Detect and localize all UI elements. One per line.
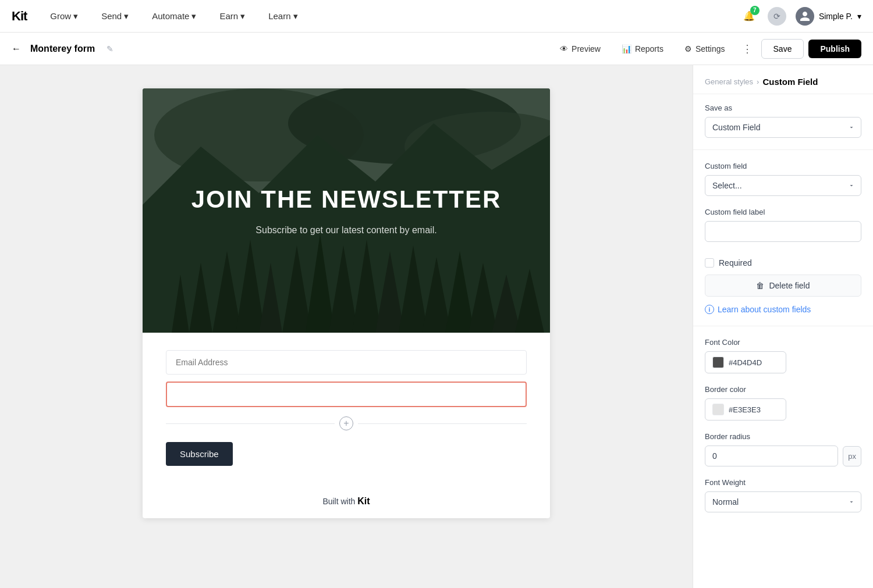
required-row: Required	[705, 258, 861, 268]
custom-field-label-section: Custom field label	[693, 205, 873, 251]
border-radius-input[interactable]	[705, 446, 838, 466]
email-field[interactable]	[166, 350, 527, 375]
add-field-button[interactable]: +	[339, 416, 353, 430]
publish-button[interactable]: Publish	[808, 40, 861, 58]
subscribe-button[interactable]: Subscribe	[166, 442, 233, 466]
required-label: Required	[719, 258, 752, 268]
border-radius-row: px	[705, 446, 861, 466]
divider-2	[693, 326, 873, 326]
sync-icon: ⟳	[768, 7, 786, 26]
main-layout: JOIN THE NEWSLETTER Subscribe to get our…	[0, 65, 873, 588]
custom-field-label-text: Custom field label	[705, 208, 861, 216]
built-with: Built with Kit	[143, 487, 550, 518]
border-color-value: #E3E3E3	[729, 405, 761, 414]
back-button[interactable]: ←	[12, 44, 21, 54]
reports-button[interactable]: 📊 Reports	[613, 40, 672, 58]
border-color-swatch	[712, 404, 724, 415]
nav-automate[interactable]: Automate ▾	[147, 9, 201, 24]
border-radius-label: Border radius	[705, 432, 861, 441]
required-section: Required 🗑 Delete field i Learn about cu…	[693, 258, 873, 323]
back-arrow-icon: ←	[12, 44, 21, 54]
sub-nav-actions: 👁 Preview 📊 Reports ⚙ Settings ⋮ Save Pu…	[552, 39, 861, 59]
hero-text: JOIN THE NEWSLETTER Subscribe to get our…	[168, 162, 525, 259]
border-color-picker[interactable]: #E3E3E3	[705, 398, 786, 420]
nav-send[interactable]: Send ▾	[97, 9, 133, 24]
user-chevron-icon: ▾	[857, 12, 861, 21]
right-panel: General styles › Custom Field Save as Cu…	[693, 65, 873, 588]
form-preview: JOIN THE NEWSLETTER Subscribe to get our…	[143, 88, 550, 518]
form-body: + Subscribe	[143, 333, 550, 487]
font-color-picker[interactable]: #4D4D4D	[705, 351, 786, 373]
edit-icon[interactable]: ✎	[107, 44, 113, 54]
custom-field-section: Custom field Select...	[693, 152, 873, 205]
top-nav: Kit Grow ▾ Send ▾ Automate ▾ Earn ▾ Lear…	[0, 0, 873, 33]
font-color-section: Font Color #4D4D4D	[693, 329, 873, 383]
border-color-section: Border color #E3E3E3	[693, 383, 873, 430]
border-radius-section: Border radius px	[693, 430, 873, 476]
notification-badge: 7	[750, 6, 760, 15]
chart-icon: 📊	[622, 44, 631, 54]
font-color-value: #4D4D4D	[729, 358, 762, 367]
nav-right: 🔔 7 ⟳ Simple P. ▾	[740, 7, 861, 26]
learn-link[interactable]: i Learn about custom fields	[705, 305, 861, 314]
info-icon: i	[705, 305, 714, 314]
custom-field-label: Custom field	[705, 162, 861, 170]
logo: Kit	[12, 9, 27, 24]
kit-logo-small: Kit	[357, 496, 370, 506]
divider-1	[693, 149, 873, 150]
hero-subtitle: Subscribe to get our latest content by e…	[191, 225, 502, 236]
panel-breadcrumb: General styles › Custom Field	[693, 65, 873, 94]
breadcrumb-parent[interactable]: General styles	[705, 77, 753, 86]
notification-button[interactable]: 🔔 7	[740, 7, 758, 26]
add-field-row: +	[166, 412, 527, 435]
custom-field-label-input[interactable]	[705, 221, 861, 242]
nav-earn[interactable]: Earn ▾	[215, 9, 250, 24]
avatar	[796, 7, 814, 26]
sliders-icon: ⚙	[684, 44, 692, 54]
border-color-label: Border color	[705, 385, 861, 394]
nav-learn[interactable]: Learn ▾	[264, 9, 302, 24]
custom-field-select[interactable]: Select...	[705, 175, 861, 196]
required-checkbox[interactable]	[705, 258, 714, 268]
delete-field-button[interactable]: 🗑 Delete field	[705, 275, 861, 297]
save-as-label: Save as	[705, 104, 861, 112]
built-with-text: Built with	[322, 497, 355, 506]
font-weight-select[interactable]: Normal Bold Light	[705, 491, 861, 512]
border-radius-unit: px	[843, 446, 861, 466]
eye-icon: 👁	[560, 44, 568, 54]
save-as-section: Save as Custom Field	[693, 94, 873, 147]
font-color-label: Font Color	[705, 338, 861, 347]
save-button[interactable]: Save	[761, 39, 804, 59]
user-name: Simple P.	[819, 12, 853, 21]
hero-title: JOIN THE NEWSLETTER	[191, 186, 502, 213]
hero-image: JOIN THE NEWSLETTER Subscribe to get our…	[143, 88, 550, 333]
font-weight-section: Font Weight Normal Bold Light	[693, 476, 873, 522]
font-weight-label: Font Weight	[705, 478, 861, 487]
settings-button[interactable]: ⚙ Settings	[676, 40, 733, 58]
trash-icon: 🗑	[756, 281, 764, 290]
preview-button[interactable]: 👁 Preview	[552, 40, 609, 58]
more-button[interactable]: ⋮	[738, 40, 757, 58]
add-field-divider-right	[358, 423, 527, 424]
custom-field-input[interactable]	[166, 382, 527, 407]
user-menu[interactable]: Simple P. ▾	[796, 7, 861, 26]
breadcrumb-separator: ›	[757, 77, 759, 86]
sub-nav: ← Monterey form ✎ 👁 Preview 📊 Reports ⚙ …	[0, 33, 873, 65]
add-field-divider-left	[166, 423, 335, 424]
canvas-area: JOIN THE NEWSLETTER Subscribe to get our…	[0, 65, 693, 588]
nav-grow[interactable]: Grow ▾	[45, 9, 83, 24]
form-title: Monterey form	[30, 44, 95, 54]
font-color-swatch	[712, 357, 724, 368]
save-as-select[interactable]: Custom Field	[705, 117, 861, 138]
breadcrumb-current: Custom Field	[762, 77, 818, 87]
